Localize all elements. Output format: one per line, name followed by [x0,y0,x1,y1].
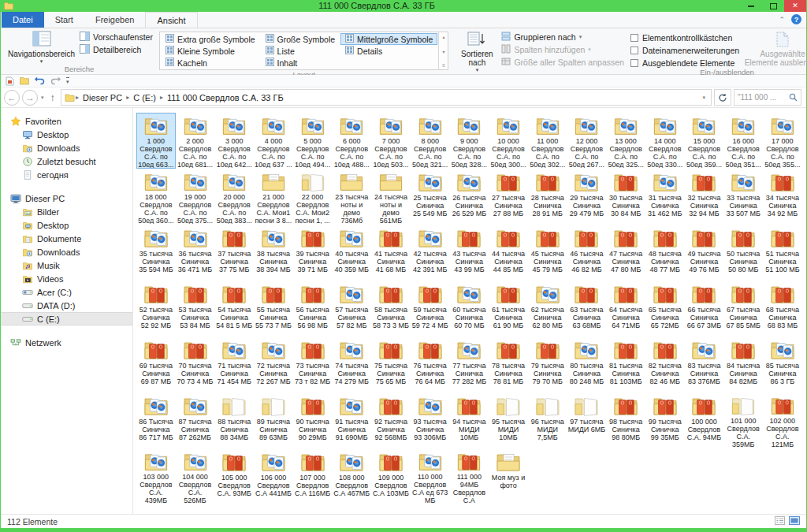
folder-item[interactable]: 87 тысяча Синичка 87 262МБ [176,392,215,448]
folder-item[interactable]: 48 тысяча Синичка 48 77 МБ [645,225,685,281]
folder-item[interactable]: 104 000 Свердлов С.А. 526МБ [176,448,215,504]
folder-item[interactable]: 78 тысяча Синичка 78 81 МБ [489,337,528,392]
folder-item[interactable]: 107 000 Свердлов С.А 116МБ [293,448,333,504]
folder-item[interactable]: 105 000 Свердлов С.А. 93МБ [214,448,254,504]
sidebar-item-desktop[interactable]: Desktop [1,218,132,232]
folder-item[interactable]: 14 000 Свердлов С.А. по 50ед 330... [645,113,685,169]
folder-item[interactable]: 82 тысяча Синичка 82 46 МБ [645,337,685,392]
folder-item[interactable]: 13 000 Свердлов С.А. по 50ед 325... [606,113,645,169]
show-hide-checkbox[interactable]: Elementkontrollkästchen [630,32,739,43]
folder-item[interactable]: 12 000 Свердлов С.А. по 50ед 267... [567,113,607,169]
folder-item[interactable]: 40 тысяча Синичка 40 359 МБ [332,225,371,281]
qat-customize-icon[interactable]: ▾ [66,77,69,85]
tab-datei[interactable]: Datei [2,12,44,28]
folder-item[interactable]: 74 тысяча Синичка 74 279 МБ [332,337,371,392]
folder-item[interactable]: 70 тысяча Синичка 70 73 4 МБ [176,337,215,392]
folder-item[interactable]: 91 тысяча Синичка 91 690МБ [332,392,371,448]
tab-freigeben[interactable]: Freigeben [84,12,146,28]
folder-item[interactable]: 90 тысяча Синичка 90 29МБ [293,392,333,448]
folder-item[interactable]: 58 тысяча Синичка 58 73 3 МБ [371,281,411,337]
folder-item[interactable]: 85 тысяча Синичка 86 3 ГБ [763,337,802,392]
folder-item[interactable]: 54 тысяча Синичка 54 81 5 МБ [214,281,254,337]
sidebar-item-сегодня[interactable]: сегодня [1,168,132,181]
folder-item[interactable]: 99 тысяча Синичка 99 35МБ [645,392,685,448]
folder-item[interactable]: 71 тысяча Синичка 71 454 МБ [214,337,254,392]
folder-item[interactable]: 16 000 Свердлов С.А. по 50ед 351... [723,113,763,169]
folder-item[interactable]: 2 000 Свердлов С.А. по 10ед 681... [176,113,215,169]
folder-item[interactable]: 3 000 Свердлов С.А. по 10ед 642... [214,113,254,169]
folder-item[interactable]: 80 тысяча Синичка 80 248 МБ [567,337,607,392]
folder-item[interactable]: 33 тысяча Синичка 33 507 МБ [723,169,763,225]
folder-item[interactable]: 106 000 Свердлов С.А 441МБ [254,448,293,504]
gallery-scrollbar[interactable]: ▴ ▾ ≡ [438,32,448,69]
folder-item[interactable]: 30 тысяча Синичка 30 84 МБ [606,169,645,225]
folder-item[interactable]: 44 тысяча Синичка 44 85 МБ [489,225,528,281]
folder-item[interactable]: 18 000 Свердлов С.А. по 50ед 360... [136,169,176,225]
folder-item[interactable]: 42 тысяча Синичка 42 391 МБ [411,225,450,281]
folder-item[interactable]: 26 тысяча Синичка 26 529 МБ [450,169,489,225]
folder-item[interactable]: 50 тысяча Синичка 50 80 МБ [723,225,763,281]
folder-item[interactable]: 52 тысяча Синичка 52 92 МБ [136,281,176,337]
back-button[interactable]: ← [4,90,20,106]
folder-item[interactable]: 36 тысяча Синичка 36 471 МБ [176,225,215,281]
folder-item[interactable]: 86 Тысяча Синичка 86 717 МБ [136,392,176,448]
folder-item[interactable]: 75 тысяча Синичка 75 65 МБ [371,337,411,392]
folder-item[interactable]: 65 тысяча Синичка 65 72МБ [645,281,685,337]
folder-item[interactable]: 37 тысяча Синичка 37 75 МБ [214,225,254,281]
ribbon-collapse-icon[interactable]: ⌃ [779,16,785,24]
folder-item[interactable]: 7 000 Свердлов С.А. по 10ед 503... [371,113,411,169]
sidebar-item-videos[interactable]: Videos [1,272,132,285]
size-all-columns-button[interactable]: Größe aller Spalten anpassen [501,57,624,68]
folder-item[interactable]: 46 тысяча Синичка 46 82 МБ [567,225,607,281]
show-hide-checkbox[interactable]: Dateinamenerweiterungen [630,45,739,55]
sidebar-item-acer-c-[interactable]: Acer (C:) [1,285,132,299]
folder-item[interactable]: 100 000 Свердлов С.А. 94МБ [685,392,724,448]
layout-option[interactable]: Liste [261,45,340,57]
sidebar-item-dieser-pc[interactable]: Dieser PC [1,192,132,205]
gallery-more-icon[interactable]: ≡ [442,63,445,68]
layout-option[interactable]: Mittelgroße Symbole [340,33,437,45]
gallery-scroll-up-icon[interactable]: ▴ [442,34,444,39]
address-dropdown-icon[interactable]: ▾ [698,95,709,101]
sidebar-item-musik[interactable]: Musik [1,259,132,272]
folder-item[interactable]: 8 000 Свердлов С.А. по 50ед 321... [411,113,450,169]
folder-item[interactable]: 68 тысяча Синичка 68 83 МБ [763,281,802,337]
folder-item[interactable]: 108 000 Свердлов С.А 467МБ [332,448,371,504]
help-icon[interactable]: ? [791,14,801,24]
checkbox-icon[interactable] [630,34,638,42]
folder-item[interactable]: 6 000 Свердлов С.А. по 10ед 488... [332,113,371,169]
folder-item[interactable]: 49 тысяча Синичка 49 76 МБ [685,225,724,281]
folder-item[interactable]: 98 тысяча Синичка 98 80МБ [606,392,645,448]
folder-item[interactable]: 81 тысяча Синичка 81 103МБ [606,337,645,392]
folder-item[interactable]: 11 000 Свердлов С.А. по 50ед 302... [528,113,567,169]
folder-item[interactable]: 60 тысяча Синичка 60 70 МБ [450,281,489,337]
details-pane-button[interactable]: Detailbereich [80,44,153,55]
folder-item[interactable]: 101 000 Свердлов С.А. 359МБ [723,392,763,448]
properties-icon[interactable] [6,76,14,86]
recent-locations-icon[interactable]: ▾ [40,95,45,101]
folder-item[interactable]: 88 тысяча Синичка 88 34МБ [214,392,254,448]
sidebar-item-favoriten[interactable]: Favoriten [1,114,132,128]
folder-item[interactable]: 28 тысяча Синичка 28 91 МБ [528,169,567,225]
folder-item[interactable]: 61 тысяча Синичка 61 90 МБ [489,281,528,337]
show-hide-checkbox[interactable]: Ausgeblendete Elemente [630,58,739,68]
folder-item[interactable]: 19 000 Свердлов С.А. по 50ед 375... [176,169,215,225]
tab-start[interactable]: Start [44,12,84,28]
sidebar-item-bilder[interactable]: Bilder [1,205,132,218]
folder-item[interactable]: 34 тысяча Синичка 34 92 МБ [763,169,802,225]
sidebar-item-data-d-[interactable]: DATA (D:) [1,299,132,312]
folder-item[interactable]: 77 тысяча Синичка 77 282 МБ [450,337,489,392]
folder-item[interactable]: 95 тысяча МИДИ 10МБ [489,392,528,448]
layout-option[interactable]: Details [340,45,437,57]
folder-item[interactable]: 84 тысяча Синичка 84 82МБ [723,337,763,392]
close-button[interactable]: ✕ [784,0,806,12]
sidebar-item-netzwerk[interactable]: Netzwerk [1,336,132,349]
layout-option[interactable]: Kacheln [161,57,260,69]
folder-item[interactable]: 62 тысяча Синичка 62 80 МБ [528,281,567,337]
folder-item[interactable]: 89 тысяча Синичка 89 63МБ [254,392,293,448]
folder-item[interactable]: 53 тысяча Синичка 53 84 МБ [176,281,215,337]
address-box[interactable]: ▸Dieser PC▸C (E:)▸111 000 Свердлов С.А. … [61,89,712,106]
folder-item[interactable]: 97 тысяча МИДИ 6МБ [567,392,607,448]
redo-icon[interactable] [50,76,61,85]
folder-item[interactable]: 69 тысяча Синичка 69 87 МБ [136,337,176,392]
